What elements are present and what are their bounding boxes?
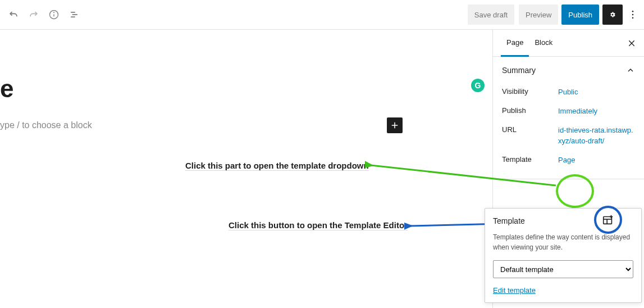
template-label: Template	[502, 155, 558, 164]
add-block-button[interactable]	[387, 117, 403, 133]
block-placeholder[interactable]: ype / to choose a block	[0, 120, 92, 130]
undo-icon[interactable]	[7, 8, 20, 21]
popover-description: Templates define the way content is disp…	[493, 232, 633, 252]
popover-title: Template	[493, 216, 525, 225]
close-sidebar-button[interactable]	[627, 39, 636, 48]
row-publish: Publish Immediately	[502, 102, 635, 121]
row-url: URL id-thieves-rata.instawp.xyz/auto-dra…	[502, 121, 635, 150]
visibility-label: Visibility	[502, 87, 558, 96]
chevron-up-icon	[626, 66, 635, 75]
summary-header[interactable]: Summary	[502, 66, 635, 75]
edit-template-link[interactable]: Edit template	[493, 286, 633, 295]
summary-title: Summary	[502, 66, 536, 75]
page-title[interactable]: e	[0, 75, 481, 103]
summary-body: Visibility Public Publish Immediately UR…	[502, 83, 635, 170]
grammarly-badge[interactable]: G	[471, 79, 485, 92]
preview-button[interactable]: Preview	[519, 4, 558, 25]
outline-icon[interactable]	[67, 8, 81, 21]
template-select[interactable]: Default template	[493, 260, 633, 278]
annotation-dropdown: Click this part to open the template dro…	[185, 161, 369, 170]
template-popover: Template Templates define the way conten…	[485, 208, 642, 303]
tab-page[interactable]: Page	[501, 30, 529, 57]
svg-point-2	[54, 12, 54, 13]
publish-value[interactable]: Immediately	[558, 106, 635, 116]
row-template: Template Page	[502, 151, 635, 170]
publish-label: Publish	[502, 106, 558, 115]
url-value[interactable]: id-thieves-rata.instawp.xyz/auto-draft/	[558, 125, 635, 146]
sidebar-tabs: Page Block	[493, 30, 644, 57]
publish-button[interactable]: Publish	[561, 4, 599, 25]
svg-point-8	[632, 17, 634, 19]
row-visibility: Visibility Public	[502, 83, 635, 102]
gear-icon	[609, 9, 616, 20]
toolbar-right: Save draft Preview Publish	[468, 4, 640, 25]
visibility-value[interactable]: Public	[558, 87, 635, 97]
url-label: URL	[502, 125, 558, 134]
summary-panel: Summary Visibility Public Publish Immedi…	[493, 57, 644, 179]
more-icon[interactable]	[626, 8, 640, 21]
svg-point-7	[632, 14, 634, 16]
annotation-editor: Click this button to open the Template E…	[229, 220, 408, 230]
svg-point-6	[632, 11, 634, 12]
toolbar-left	[4, 8, 81, 21]
top-toolbar: Save draft Preview Publish	[0, 0, 644, 30]
plus-icon	[390, 120, 400, 130]
save-draft-button[interactable]: Save draft	[468, 4, 514, 25]
tab-block[interactable]: Block	[529, 30, 558, 57]
template-value[interactable]: Page	[558, 155, 635, 165]
settings-button[interactable]	[602, 4, 623, 25]
popover-header: Template	[493, 216, 633, 225]
info-icon[interactable]	[47, 8, 61, 21]
close-icon	[627, 39, 636, 48]
block-placeholder-row: ype / to choose a block	[11, 117, 481, 133]
redo-icon[interactable]	[27, 8, 40, 21]
